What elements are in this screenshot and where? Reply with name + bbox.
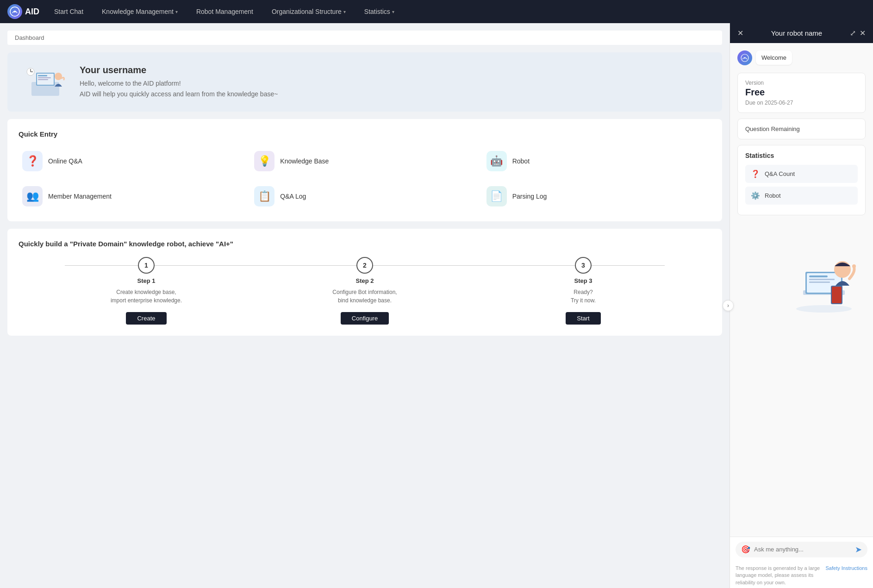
mic-icon[interactable]: 🎯 <box>741 545 750 554</box>
svg-rect-20 <box>809 281 830 283</box>
robot-label: Robot <box>512 157 530 165</box>
version-due: Due on 2025-06-27 <box>745 100 858 106</box>
parsing-log-icon: 📄 <box>486 186 507 206</box>
breadcrumb: Dashboard <box>7 31 722 45</box>
stats-item-robot[interactable]: ⚙️ Robot <box>745 187 858 205</box>
robot-stats-label: Robot <box>765 192 781 199</box>
chat-header-right-icons: ⤢ ✕ <box>850 29 866 38</box>
logo[interactable]: AID <box>7 4 39 19</box>
chat-header: ✕ Your robot name ⤢ ✕ <box>730 23 873 43</box>
left-content: Dashboard <box>0 23 730 588</box>
statistics-title: Statistics <box>745 152 858 159</box>
step-3-circle: 3 <box>575 257 592 274</box>
quick-entry-title: Quick Entry <box>19 130 711 138</box>
chevron-down-icon: ▾ <box>343 9 346 14</box>
welcome-card: Your username Hello, welcome to the AID … <box>7 52 722 112</box>
svg-rect-23 <box>832 287 842 303</box>
knowledge-base-icon: 💡 <box>254 151 274 171</box>
quick-entry-section: Quick Entry ❓ Online Q&A 💡 Knowledge Bas… <box>7 119 722 221</box>
expand-icon[interactable]: ⤢ <box>850 29 856 38</box>
welcome-line2: AID will help you quickly access and lea… <box>80 89 278 99</box>
chat-body: Welcome Version Free Due on 2025-06-27 Q… <box>730 43 873 537</box>
chat-header-left-icons: ✕ <box>737 29 743 38</box>
chat-title: Your robot name <box>771 29 822 37</box>
step-1-desc: Create knowledge base, import enterprise… <box>111 288 182 305</box>
svg-rect-7 <box>38 79 48 80</box>
welcome-title: Your username <box>80 65 278 75</box>
step-3-start-button[interactable]: Start <box>566 312 600 325</box>
chat-send-button[interactable]: ➤ <box>855 544 862 555</box>
welcome-line1: Hello, welcome to the AID platform! <box>80 78 278 88</box>
chat-welcome-bubble: Welcome <box>756 50 792 65</box>
chat-input-row: 🎯 ➤ <box>736 542 867 557</box>
quick-entry-knowledge-base[interactable]: 💡 Knowledge Base <box>250 147 479 175</box>
chat-footer-note: The response is generated by a large lan… <box>730 562 873 588</box>
version-label: Version <box>745 80 858 86</box>
chat-bot-avatar <box>737 50 752 65</box>
stats-item-qa-count[interactable]: ❓ Q&A Count <box>745 165 858 183</box>
quick-entry-robot[interactable]: 🤖 Robot <box>483 147 711 175</box>
statistics-card: Statistics ❓ Q&A Count ⚙️ Robot <box>737 145 866 215</box>
step-2-circle: 2 <box>356 257 373 274</box>
quick-entry-grid: ❓ Online Q&A 💡 Knowledge Base 🤖 Robot 👥 … <box>19 147 711 210</box>
member-management-icon: 👥 <box>22 186 43 206</box>
step-1-label: Step 1 <box>137 277 155 284</box>
svg-point-14 <box>796 305 852 313</box>
nav-start-chat[interactable]: Start Chat <box>50 6 87 17</box>
online-qa-label: Online Q&A <box>48 157 82 165</box>
close-icon[interactable]: ✕ <box>860 29 866 38</box>
step-2: 2 Step 2 Configure Bot information, bind… <box>256 257 474 325</box>
quick-entry-online-qa[interactable]: ❓ Online Q&A <box>19 147 247 175</box>
qa-count-label: Q&A Count <box>765 170 795 177</box>
svg-rect-19 <box>809 279 835 280</box>
online-qa-icon: ❓ <box>22 151 43 171</box>
step-1-circle: 1 <box>138 257 155 274</box>
chevron-down-icon: ▾ <box>392 9 394 14</box>
main-layout: Dashboard <box>0 23 873 588</box>
step-3-label: Step 3 <box>574 277 592 284</box>
chat-footer-text: The response is generated by a large lan… <box>736 565 826 586</box>
svg-point-8 <box>55 73 62 80</box>
knowledge-base-label: Knowledge Base <box>280 157 329 165</box>
nav-knowledge-management[interactable]: Knowledge Management ▾ <box>98 6 181 17</box>
question-remaining-card: Question Remaining <box>737 119 866 139</box>
minimize-icon[interactable]: ✕ <box>737 29 743 38</box>
robot-stats-icon: ⚙️ <box>751 191 760 200</box>
version-card: Version Free Due on 2025-06-27 <box>737 73 866 113</box>
step-2-desc: Configure Bot information, bind knowledg… <box>332 288 397 305</box>
navbar: AID Start Chat Knowledge Management ▾ Ro… <box>0 0 873 23</box>
chat-panel: › ✕ Your robot name ⤢ ✕ <box>730 23 873 588</box>
safety-instructions-link[interactable]: Safety Instructions <box>826 565 868 572</box>
svg-rect-18 <box>809 275 828 277</box>
steps-container: 1 Step 1 Create knowledge base, import e… <box>19 257 711 325</box>
panel-expand-button[interactable]: › <box>723 300 734 311</box>
steps-section: Quickly build a "Private Domain" knowled… <box>7 229 722 336</box>
version-value: Free <box>745 87 858 98</box>
qa-log-label: Q&A Log <box>280 193 306 200</box>
chevron-down-icon: ▾ <box>175 9 178 14</box>
parsing-log-label: Parsing Log <box>512 193 547 200</box>
quick-entry-parsing-log[interactable]: 📄 Parsing Log <box>483 182 711 210</box>
qa-count-icon: ❓ <box>751 169 760 178</box>
step-1: 1 Step 1 Create knowledge base, import e… <box>37 257 256 325</box>
step-3-desc: Ready? Try it now. <box>571 288 596 305</box>
step-1-create-button[interactable]: Create <box>126 312 166 325</box>
logo-text: AID <box>25 7 39 17</box>
step-3: 3 Step 3 Ready? Try it now. Start <box>474 257 692 325</box>
robot-icon: 🤖 <box>486 151 507 171</box>
nav-statistics[interactable]: Statistics ▾ <box>361 6 398 17</box>
nav-robot-management[interactable]: Robot Management <box>193 6 257 17</box>
svg-rect-6 <box>38 77 51 78</box>
chat-input-area: 🎯 ➤ <box>730 537 873 562</box>
welcome-illustration <box>22 63 69 100</box>
quick-entry-member-management[interactable]: 👥 Member Management <box>19 182 247 210</box>
qa-log-icon: 📋 <box>254 186 274 206</box>
svg-point-13 <box>744 57 746 59</box>
chat-welcome-message: Welcome <box>737 50 866 65</box>
welcome-text: Your username Hello, welcome to the AID … <box>80 65 278 99</box>
step-2-configure-button[interactable]: Configure <box>341 312 389 325</box>
chat-input[interactable] <box>754 546 851 553</box>
steps-title: Quickly build a "Private Domain" knowled… <box>19 240 711 248</box>
nav-organizational-structure[interactable]: Organizational Structure ▾ <box>268 6 349 17</box>
quick-entry-qa-log[interactable]: 📋 Q&A Log <box>250 182 479 210</box>
